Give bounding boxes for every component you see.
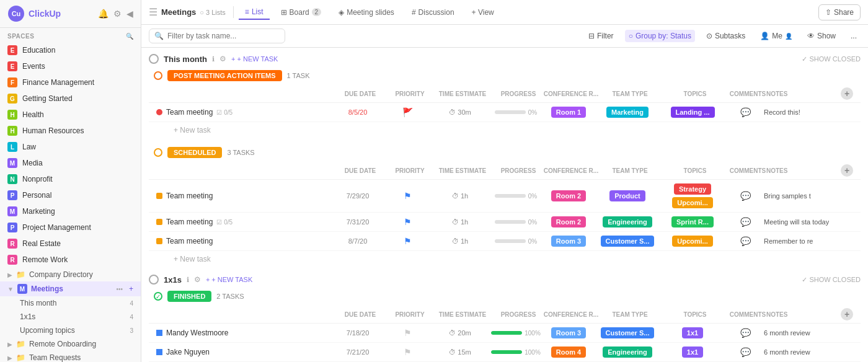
progress-bar — [491, 331, 522, 335]
progress-cell: 100% — [491, 330, 541, 337]
comment-icon[interactable]: 💬 — [740, 236, 751, 246]
task-bullet — [156, 349, 162, 355]
tab-discussion[interactable]: # Discussion — [405, 6, 461, 19]
sidebar-item-getting-started[interactable]: G Getting Started — [0, 90, 141, 107]
post-meeting-group: POST MEETING ACTION ITEMS 1 TASK DUE DAT… — [149, 66, 861, 138]
gear-icon[interactable]: ⚙ — [113, 9, 122, 19]
collapse-icon[interactable]: ◀ — [126, 9, 133, 19]
folder-remote-onboarding[interactable]: ▶ 📁 Remote Onboarding — [0, 337, 141, 351]
comment-icon[interactable]: 💬 — [740, 191, 751, 201]
sidebar-sub-1x1s[interactable]: 1x1s 4 — [0, 310, 141, 324]
col-due-header: DUE DATE — [332, 90, 388, 97]
time-cell: ⏱ 1h — [429, 192, 491, 200]
sidebar-item-education[interactable]: E Education — [0, 42, 141, 58]
filter-button[interactable]: ⊟ Filter — [585, 30, 618, 42]
show-closed-1x1s[interactable]: ✓ SHOW CLOSED — [802, 276, 861, 284]
add-task-1x1s[interactable]: + + NEW TASK — [206, 276, 252, 283]
meetings-more-icon[interactable]: ••• — [116, 286, 123, 293]
priority-cell: ⚑ — [386, 347, 429, 357]
comment-icon[interactable]: 💬 — [740, 328, 751, 338]
sidebar-item-law[interactable]: L Law — [0, 139, 141, 155]
group-by-button[interactable]: ○ Group by: Status — [625, 30, 695, 42]
progress-bar-wrap: 100% — [491, 330, 541, 337]
comment-icon[interactable]: 💬 — [740, 217, 751, 227]
sidebar-item-remote-work[interactable]: R Remote Work — [0, 252, 141, 268]
add-col-button[interactable]: + — [841, 308, 853, 320]
sidebar-item-nonprofit[interactable]: N Nonprofit — [0, 171, 141, 187]
add-list-icon[interactable]: + — [129, 285, 133, 293]
notes-value: Meeting will sta today — [764, 218, 829, 226]
task-name-cell: Team meeting ☑ 0/5 — [156, 108, 330, 117]
topics-badge: 1x1 — [682, 327, 703, 338]
new-task-scheduled[interactable]: + New task — [149, 251, 861, 267]
sidebar-item-human-resources[interactable]: H Human Resources — [0, 123, 141, 139]
tab-add-view[interactable]: + View — [466, 6, 500, 19]
subtasks-button[interactable]: ⊙ Subtasks — [702, 30, 749, 42]
add-col-button[interactable]: + — [841, 164, 853, 177]
progress-cell: 0% — [491, 238, 541, 245]
this-month-settings-icon[interactable]: ⚙ — [219, 55, 226, 63]
folder-meetings[interactable]: ▼ M Meetings ••• + — [0, 281, 141, 296]
folder-label: Remote Onboarding — [29, 340, 96, 348]
spaces-section-title: SPACES 🔍 — [0, 28, 141, 42]
main-content: ☰ Meetings ○ 3 Lists ≡ List ⊞ Board 2 ◈ … — [141, 0, 868, 362]
progress-pct: 100% — [525, 330, 541, 337]
search-box[interactable]: 🔍 — [149, 29, 285, 43]
filter-icon: ⊟ — [588, 32, 595, 40]
notes-cell: Remember to re — [764, 237, 838, 245]
more-button[interactable]: ... — [847, 30, 861, 42]
subtasks-icon: ⊙ — [706, 32, 712, 40]
col-time-header: TIME ESTIMATE — [432, 90, 494, 97]
col-progress-header: PROGRESS — [494, 311, 543, 318]
sidebar-header: Cu ClickUp 🔔 ⚙ ◀ — [0, 0, 141, 28]
task-check: ☑ 0/5 — [216, 109, 232, 116]
tab-board[interactable]: ⊞ Board 2 — [275, 6, 328, 19]
comments-cell: 💬 — [727, 217, 764, 227]
folder-team-requests[interactable]: ▶ 📁 Team Requests — [0, 351, 141, 362]
search-icon: 🔍 — [154, 32, 164, 40]
sidebar-item-health[interactable]: H Health — [0, 107, 141, 123]
1x1s-info-icon: ℹ — [187, 276, 189, 284]
show-closed-this-month[interactable]: ✓ SHOW CLOSED — [802, 55, 861, 63]
sidebar-sub-this-month[interactable]: This month 4 — [0, 296, 141, 310]
folder-label: Company Directory — [29, 270, 93, 279]
sidebar-item-media[interactable]: M Media — [0, 155, 141, 171]
new-task-post[interactable]: + New task — [149, 122, 861, 138]
tab-list[interactable]: ≡ List — [239, 5, 270, 20]
add-col-button[interactable]: + — [841, 87, 853, 100]
due-date-cell: 7/31/20 — [330, 218, 386, 226]
sidebar-item-project-management[interactable]: P Project Management — [0, 219, 141, 236]
sidebar-item-events[interactable]: E Events — [0, 58, 141, 74]
1x1s-settings-icon[interactable]: ⚙ — [194, 275, 201, 284]
show-button[interactable]: 👁 Show — [804, 30, 839, 42]
progress-bar-wrap: 100% — [491, 349, 541, 356]
time-cell: ⏱ 1h — [429, 218, 491, 226]
sidebar-sub-upcoming-topics[interactable]: Upcoming topics 3 — [0, 324, 141, 337]
comment-icon[interactable]: 💬 — [740, 107, 751, 117]
checkmark-icon: ✓ — [802, 276, 807, 284]
sidebar-item-marketing[interactable]: M Marketing — [0, 203, 141, 219]
col-priority-header: PRIORITY — [388, 90, 432, 97]
search-icon[interactable]: 🔍 — [126, 33, 134, 40]
1x1s-section-header: 1x1s ℹ ⚙ + + NEW TASK ✓ SHOW CLOSED — [141, 268, 868, 287]
col-topics-header: TOPICS — [661, 90, 729, 97]
col-team-header: TEAM TYPE — [599, 90, 661, 97]
add-task-this-month[interactable]: + + NEW TASK — [231, 55, 278, 63]
notes-cell: Record this! — [764, 108, 838, 116]
toolbar: 🔍 ⊟ Filter ○ Group by: Status ⊙ Subtasks… — [141, 25, 868, 48]
folder-company-directory[interactable]: ▶ 📁 Company Directory — [0, 268, 141, 281]
me-icon: 👤 — [760, 32, 769, 40]
sidebar-item-label: Project Management — [22, 223, 133, 232]
post-meeting-badge: POST MEETING ACTION ITEMS — [167, 70, 282, 81]
comment-icon[interactable]: 💬 — [740, 347, 751, 357]
me-button[interactable]: 👤 Me 👤 — [756, 30, 796, 42]
search-input[interactable] — [167, 32, 280, 40]
tab-meeting-slides[interactable]: ◈ Meeting slides — [332, 6, 401, 19]
sidebar: Cu ClickUp 🔔 ⚙ ◀ SPACES 🔍 E Education E … — [0, 0, 141, 362]
sidebar-item-real-estate[interactable]: R Real Estate — [0, 236, 141, 252]
bell-icon[interactable]: 🔔 — [98, 9, 108, 19]
task-text: Team meeting — [166, 108, 213, 117]
share-button[interactable]: ⇧ Share — [818, 4, 861, 20]
sidebar-item-personal[interactable]: P Personal — [0, 187, 141, 203]
sidebar-item-finance[interactable]: F Finance Management — [0, 74, 141, 90]
